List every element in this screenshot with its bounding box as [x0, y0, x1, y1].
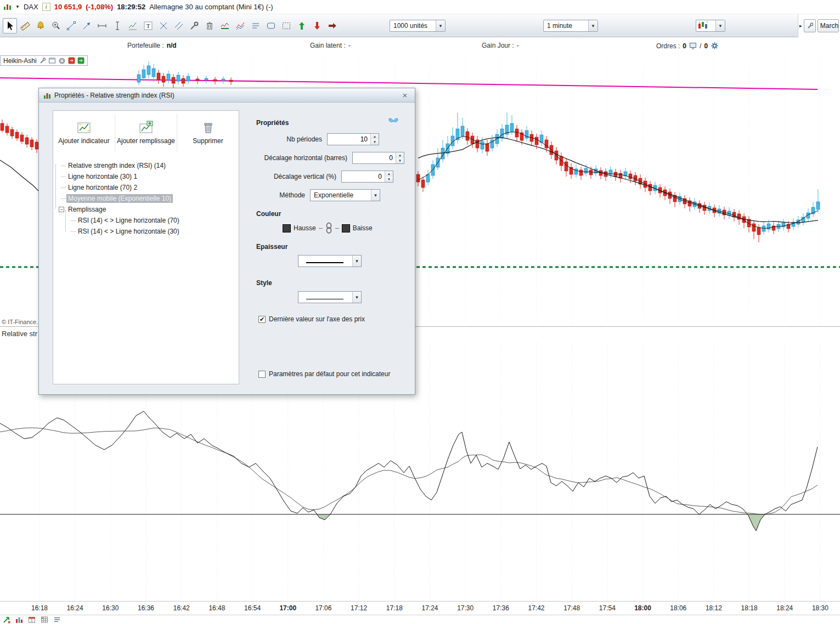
wrench-icon[interactable]: [39, 57, 46, 64]
up-color-label: Hausse: [294, 224, 316, 232]
tools-icon[interactable]: [187, 18, 201, 33]
offset-v-input[interactable]: [342, 171, 385, 182]
alarm-bell-icon[interactable]: [33, 18, 48, 33]
time-label: 17:36: [493, 604, 509, 612]
arrow-up-icon[interactable]: [295, 18, 309, 33]
nb-periodes-stepper[interactable]: ▲▼: [327, 133, 379, 145]
butterfly-icon[interactable]: [388, 117, 399, 127]
nb-periodes-input[interactable]: [328, 134, 370, 145]
chevron-down-icon[interactable]: ▼: [436, 20, 445, 31]
link-colors-icon[interactable]: [325, 222, 332, 234]
chevron-down-icon[interactable]: ▼: [371, 190, 380, 201]
offset-h-label: Décalage horizontal (barres): [264, 154, 347, 162]
spin-up-icon[interactable]: ▲: [396, 152, 404, 158]
cross-lines-icon[interactable]: [156, 18, 171, 33]
export-red-icon[interactable]: [68, 57, 75, 64]
trash-icon: [200, 120, 216, 135]
units-dropdown[interactable]: 1000 unités▼: [390, 20, 446, 32]
calendar-alert-icon[interactable]: 1: [28, 616, 36, 623]
chevron-down-icon[interactable]: ▼: [715, 20, 725, 31]
add-fill-button[interactable]: Ajouter remplissage: [115, 114, 177, 151]
chevron-down-icon[interactable]: ▼: [588, 20, 597, 31]
horizontal-line-icon[interactable]: [95, 18, 109, 33]
chevron-down-icon[interactable]: ▼: [352, 292, 361, 303]
indicator-tree: Relative strength index (RSI) (14)Ligne …: [53, 151, 239, 237]
table-icon[interactable]: [41, 616, 48, 623]
chart-tab-heikin-ashi[interactable]: Heikin-Ashi: [0, 55, 88, 66]
export-green-icon[interactable]: [77, 57, 84, 64]
spin-down-icon[interactable]: ▼: [385, 177, 393, 182]
text-tool-icon[interactable]: T: [141, 18, 155, 33]
chart-tab-label: Heikin-Ashi: [3, 57, 37, 65]
zoom-icon[interactable]: [49, 18, 63, 33]
market-button[interactable]: March: [818, 19, 839, 32]
lasso-icon[interactable]: [264, 18, 278, 33]
cursor-icon[interactable]: [3, 18, 17, 33]
last-value-checkbox[interactable]: ✔: [258, 316, 266, 323]
thickness-section-title: Epaisseur: [256, 243, 407, 251]
parallel-channel-icon[interactable]: [172, 18, 186, 33]
gain-latent-value: -: [348, 42, 351, 49]
time-label: 18:00: [634, 604, 651, 612]
method-select[interactable]: Exponentielle ▼: [310, 189, 380, 201]
window-icon[interactable]: [48, 57, 56, 64]
dialog-titlebar[interactable]: Propriétés - Relative strength index (RS…: [39, 88, 415, 103]
tree-item[interactable]: Moyenne mobile (Exponentielle 10): [59, 193, 239, 204]
workspace-tool-icon[interactable]: [804, 19, 816, 32]
up-color-swatch[interactable]: [283, 224, 291, 232]
add-indicator-button[interactable]: Ajouter indicateur: [53, 114, 115, 151]
spin-up-icon[interactable]: ▲: [385, 171, 393, 177]
close-circle-icon[interactable]: [58, 57, 66, 65]
tree-item[interactable]: Ligne horizontale (30) 1: [59, 171, 239, 182]
chevron-down-icon[interactable]: ▼: [352, 256, 361, 266]
chart-style-dropdown[interactable]: ▼: [696, 20, 725, 32]
list-icon[interactable]: [53, 616, 61, 623]
arrow-right-icon[interactable]: [325, 18, 340, 33]
tree-item[interactable]: RSI (14) < > Ligne horizontale (30): [59, 226, 239, 237]
vertical-line-icon[interactable]: [110, 18, 125, 33]
close-icon[interactable]: ×: [399, 90, 410, 100]
new-window-shortcut-icon[interactable]: [3, 616, 10, 623]
delete-indicator-button[interactable]: Supprimer: [177, 114, 239, 151]
tree-item[interactable]: −Remplissage: [59, 204, 239, 215]
guides-icon[interactable]: [249, 18, 263, 33]
arrow-down-icon[interactable]: [310, 18, 324, 33]
ruler-icon[interactable]: [18, 18, 32, 33]
spin-up-icon[interactable]: ▲: [371, 134, 379, 139]
timeframe-dropdown[interactable]: 1 minute▼: [543, 20, 598, 32]
offset-h-stepper[interactable]: ▲▼: [352, 152, 404, 164]
info-icon[interactable]: i: [42, 3, 50, 11]
ray-icon[interactable]: [80, 18, 94, 33]
style-sample: [306, 299, 343, 299]
time-label: 16:30: [102, 604, 119, 612]
orders-settings-gear-icon[interactable]: [711, 42, 719, 50]
nb-periodes-label: Nb périodes: [286, 135, 322, 143]
trash-icon[interactable]: [202, 18, 217, 33]
instrument-dropdown-icon[interactable]: ▼: [15, 4, 20, 9]
expand-right-icon[interactable]: ▸: [799, 23, 802, 29]
offset-h-input[interactable]: [353, 152, 396, 163]
selection-rect-icon[interactable]: [279, 18, 294, 33]
down-color-swatch[interactable]: [342, 224, 350, 232]
offset-v-stepper[interactable]: ▲▼: [341, 171, 393, 183]
trendline-icon[interactable]: [64, 18, 78, 33]
tree-item[interactable]: Relative strength index (RSI) (14): [59, 160, 239, 171]
mini-chart-icon[interactable]: [15, 616, 23, 623]
thickness-select[interactable]: ▼: [298, 255, 362, 267]
default-params-label: Paramètres par défaut pour cet indicateu…: [269, 370, 390, 378]
tree-item[interactable]: RSI (14) < > Ligne horizontale (70): [59, 215, 239, 226]
chart-line-icon[interactable]: [218, 18, 232, 33]
statusbar: 1: [0, 615, 840, 624]
properties-section-title: Propriétés: [256, 119, 407, 127]
tree-item[interactable]: Ligne horizontale (70) 2: [59, 182, 239, 193]
chart-multi-icon[interactable]: [233, 18, 247, 33]
style-select[interactable]: ▼: [298, 291, 362, 303]
instrument-symbol: DAX: [24, 3, 38, 11]
indicator-pen-icon[interactable]: [126, 18, 140, 33]
account-infobar: Portefeuille :n/d Gain latent :- Gain Jo…: [0, 37, 840, 54]
spin-down-icon[interactable]: ▼: [396, 158, 404, 163]
orders-monitor-icon[interactable]: [689, 42, 697, 49]
spin-down-icon[interactable]: ▼: [371, 139, 379, 145]
default-params-checkbox[interactable]: [258, 371, 266, 378]
collapse-icon[interactable]: −: [59, 207, 64, 212]
